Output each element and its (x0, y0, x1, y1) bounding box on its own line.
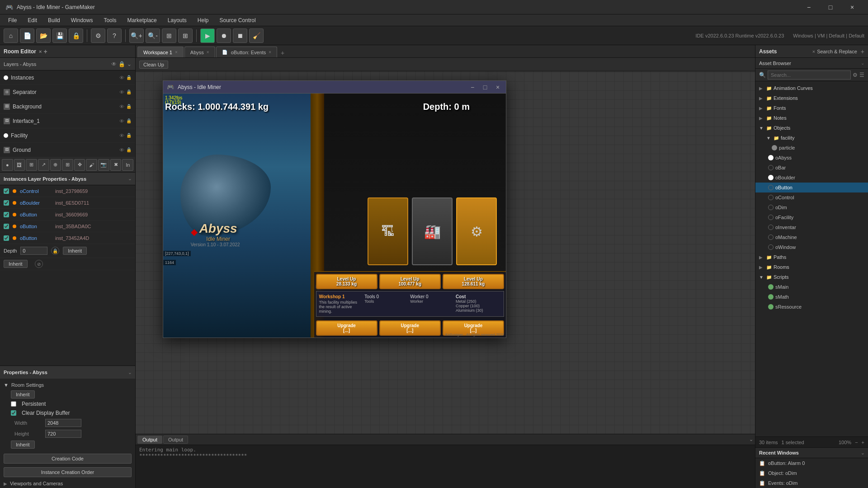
lt-paint[interactable]: 🖌 (86, 159, 97, 171)
ide-links[interactable]: Windows | VM | Default | Default (793, 33, 864, 38)
close-button[interactable]: × (842, 0, 863, 14)
depth-input[interactable] (20, 247, 47, 255)
animation-curves-header[interactable]: ▶ 📁 Animation Curves (755, 83, 868, 93)
height-input[interactable] (45, 430, 81, 438)
grid-button[interactable]: ⊞ (178, 28, 193, 43)
new-button[interactable]: 📄 (20, 28, 34, 43)
zoom-in-button[interactable]: 🔍+ (129, 28, 144, 43)
save-button[interactable]: 💾 (52, 28, 67, 43)
asset-sressource[interactable]: sRessource (755, 302, 868, 312)
open-button[interactable]: 📂 (36, 28, 51, 43)
tab-abyss-close[interactable]: × (207, 50, 209, 55)
viewports-header[interactable]: ▶ Viewports and Cameras (0, 479, 135, 488)
lt-delete[interactable]: ✖ (110, 159, 122, 171)
menu-tools[interactable]: Tools (99, 16, 121, 24)
room-editor-add[interactable]: + (43, 48, 47, 55)
notes-header[interactable]: ▶ 📁 Notes (755, 113, 868, 123)
output-tab-1[interactable]: Output (163, 436, 188, 444)
instance-row-4[interactable]: oButton inst_73452A4D (0, 232, 135, 244)
assets-close[interactable]: × (812, 49, 815, 54)
instances-expand[interactable]: ⌄ (128, 176, 132, 181)
facility-lock[interactable]: 🔒 (126, 133, 132, 138)
lock-button[interactable]: 🔒 (69, 28, 83, 43)
ground-eye[interactable]: 👁 (119, 147, 124, 153)
facility-eye[interactable]: 👁 (119, 133, 124, 138)
menu-marketplace[interactable]: Marketplace (123, 16, 161, 24)
asset-browser-expand[interactable]: ⌄ (861, 61, 864, 66)
stop-button[interactable]: ⏹ (233, 28, 247, 43)
instance-row-0[interactable]: oControl inst_23798659 (0, 185, 135, 197)
layer-facility[interactable]: Facility 👁 🔒 (0, 128, 135, 143)
sort-icon[interactable]: ☰ (859, 72, 864, 78)
room-editor-close[interactable]: × (39, 49, 42, 54)
asset-particle[interactable]: particle (755, 143, 868, 153)
clear-display-check[interactable] (11, 410, 16, 416)
lt-circle[interactable]: ● (2, 159, 13, 171)
room-editor-tab[interactable]: Room Editor (4, 48, 36, 55)
inherit-btn[interactable]: Inherit (4, 260, 28, 268)
help-button[interactable]: ? (107, 28, 122, 43)
zoom-out-button[interactable]: 🔍- (146, 28, 160, 43)
run-button[interactable]: ▶ (200, 28, 215, 43)
instance-check-1[interactable] (4, 200, 9, 206)
level-up-btn-0[interactable]: Level Up 28.133 kg (316, 274, 377, 289)
instance-creation-btn[interactable]: Instance Creation Order (4, 467, 132, 477)
maximize-button[interactable]: □ (820, 0, 841, 14)
level-up-btn-2[interactable]: Level Up 128.611 kg (443, 274, 504, 289)
tab-workspace[interactable]: Workspace 1 × (137, 47, 184, 57)
zoom-fit-button[interactable]: ⊞ (162, 28, 176, 43)
recent-item-0[interactable]: 📋 oButton: Alarm 0 (755, 458, 868, 468)
output-expand[interactable]: ⌄ (749, 436, 753, 442)
upgrade-btn-1[interactable]: Upgrade[...] (379, 320, 441, 336)
recent-windows-expand[interactable]: ⌄ (861, 450, 864, 455)
assets-search-input[interactable] (768, 70, 851, 80)
lt-move[interactable]: ✥ (74, 159, 85, 171)
room-settings-header[interactable]: ▼ Room Settings (4, 380, 132, 389)
layer-separator[interactable]: ⊟ Separator 👁 🔒 (0, 85, 135, 99)
background-lock[interactable]: 🔒 (126, 104, 132, 109)
instance-check-4[interactable] (4, 235, 9, 241)
interface-eye[interactable]: 👁 (119, 118, 124, 124)
properties-expand[interactable]: ⌄ (128, 370, 132, 375)
interface-lock[interactable]: 🔒 (126, 118, 132, 124)
fonts-header[interactable]: ▶ 📁 Fonts (755, 103, 868, 113)
background-eye[interactable]: 👁 (119, 104, 124, 109)
layer-interface[interactable]: 🖼 Interface_1 👁 🔒 (0, 114, 135, 128)
lt-path[interactable]: ↗ (38, 159, 49, 171)
layers-lock-toggle[interactable]: 🔒 (118, 61, 125, 67)
room-inherit-btn[interactable]: Inherit (11, 390, 35, 399)
zoom-minus[interactable]: − (855, 440, 858, 445)
home-button[interactable]: ⌂ (4, 28, 18, 43)
layers-visibility-toggle[interactable]: 👁 (111, 61, 117, 67)
search-replace-label[interactable]: Search & Replace (817, 49, 857, 54)
asset-obar[interactable]: oBar (755, 163, 868, 173)
recent-item-1[interactable]: 📋 Object: oDim (755, 468, 868, 478)
inherit-lock[interactable]: ⊘ (35, 260, 43, 268)
instance-check-3[interactable] (4, 224, 9, 229)
rooms-header[interactable]: ▶ 📁 Rooms (755, 262, 868, 272)
tab-abyss[interactable]: Abyss × (184, 47, 215, 57)
menu-source-control[interactable]: Source Control (215, 16, 260, 24)
debug-button[interactable]: ⏺ (217, 28, 231, 43)
game-window-minimize[interactable]: − (468, 83, 477, 92)
separator-eye[interactable]: 👁 (119, 89, 124, 95)
instance-check-2[interactable] (4, 212, 9, 217)
instance-row-1[interactable]: oBoulder inst_6E5D0711 (0, 197, 135, 209)
facility-subfolder-header[interactable]: ▼ 📁 facility (763, 133, 868, 143)
scripts-header[interactable]: ▼ 📁 Scripts (755, 272, 868, 282)
level-up-btn-1[interactable]: Level Up 100.477 kg (379, 274, 441, 289)
asset-omachine[interactable]: oMachine (755, 232, 868, 242)
objects-header[interactable]: ▼ 📁 Objects (755, 123, 868, 133)
upgrade-btn-0[interactable]: Upgrade[...] (316, 320, 377, 336)
layer-ground[interactable]: 🖼 Ground 👁 🔒 (0, 143, 135, 157)
lt-select[interactable]: ⊞ (62, 159, 73, 171)
layer-instances[interactable]: Instances 👁 🔒 (0, 70, 135, 85)
asset-smain[interactable]: sMain (755, 282, 868, 292)
clean-up-btn[interactable]: Clean Up (139, 61, 168, 69)
tab-workspace-close[interactable]: × (175, 50, 178, 55)
asset-owindow[interactable]: oWindow (755, 242, 868, 252)
menu-edit[interactable]: Edit (23, 16, 42, 24)
menu-help[interactable]: Help (193, 16, 213, 24)
menu-build[interactable]: Build (43, 16, 65, 24)
menu-file[interactable]: File (4, 16, 21, 24)
